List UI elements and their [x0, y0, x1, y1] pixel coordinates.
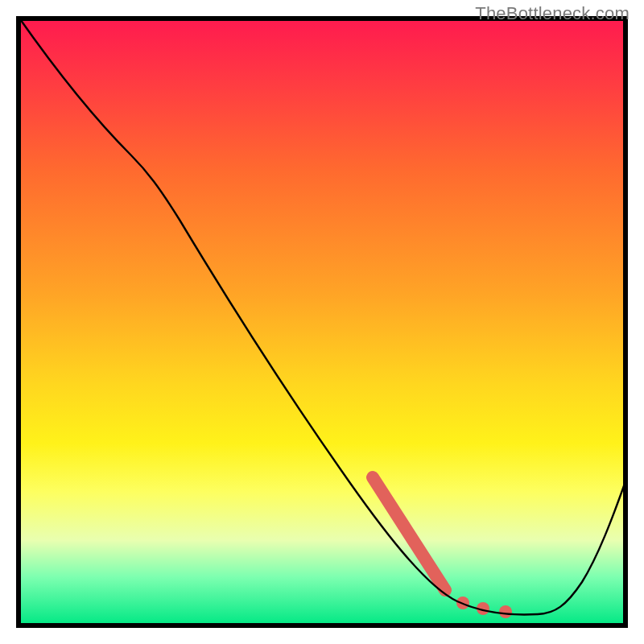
highlight-dot-3: [499, 605, 512, 618]
highlight-segment: [373, 477, 445, 590]
main-curve: [19, 17, 625, 614]
chart-curve-layer: [19, 19, 625, 625]
attribution-text: TheBottleneck.com: [475, 3, 630, 24]
chart-container: TheBottleneck.com: [0, 0, 644, 644]
